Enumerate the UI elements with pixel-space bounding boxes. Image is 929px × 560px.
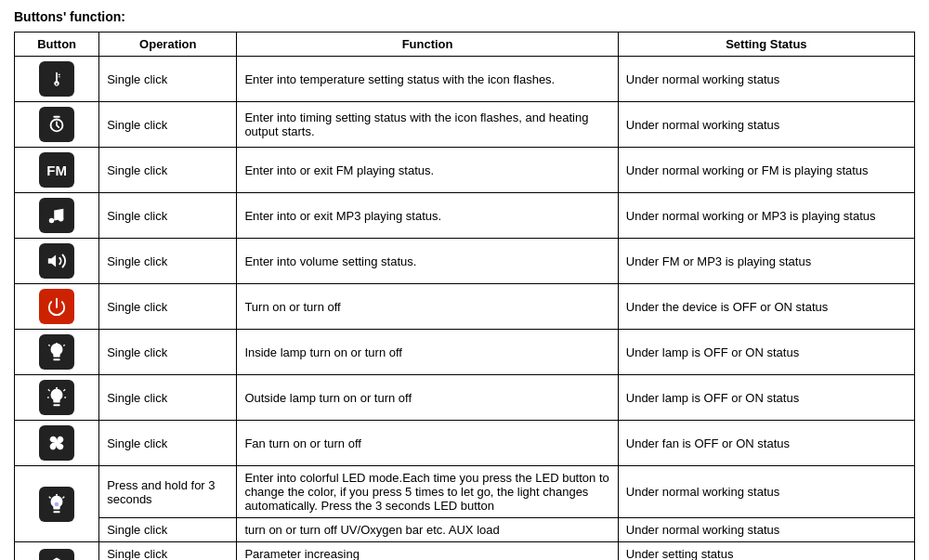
button-icon-cell [15,542,99,561]
svg-line-15 [63,496,65,498]
operation-cell: Single click [99,57,237,102]
table-row: Single clickTurn on or turn offUnder the… [15,284,915,330]
function-cell: turn on or turn off UV/Oxygen bar etc. A… [237,518,618,542]
operation-cell: Single click [99,330,237,375]
operation-cell: Single click [99,102,237,148]
function-cell: Enter into timing setting status with th… [237,102,618,148]
function-cell: Outside lamp turn on or turn off [237,375,618,421]
svg-point-1 [49,218,55,224]
status-cell: Under lamp is OFF or ON status [618,330,914,375]
button-icon-cell [15,284,99,330]
status-cell: Under normal working status [618,102,914,148]
table-row: Single clickParameter increasingUnder se… [15,542,915,561]
table-row: Single clickEnter into volume setting st… [15,239,915,284]
svg-line-9 [63,389,65,391]
svg-line-6 [63,345,64,345]
operation-cell: Single click [99,284,237,330]
button-icon-cell [15,330,99,375]
svg-line-14 [49,496,51,498]
operation-cell: Single click [99,148,237,193]
status-cell: Under normal working status [618,466,914,518]
col-function: Function [237,33,618,57]
button-icon-cell [15,239,99,284]
table-row: Single clickEnter into temperature setti… [15,57,915,102]
operation-cell: Single click [99,518,237,542]
function-cell: Enter into volume setting status. [237,239,618,284]
status-cell: Under normal working status [618,57,914,102]
table-row: Single clickOutside lamp turn on or turn… [15,375,915,421]
svg-point-2 [59,216,64,222]
status-cell: Under lamp is OFF or ON status [618,375,914,421]
operation-cell: Single click [99,193,237,239]
button-icon-cell [15,102,99,148]
button-icon-cell [15,57,99,102]
button-icon-cell [15,375,99,421]
status-cell: Under normal working status [618,518,914,542]
table-row: Single clickFan turn on or turn offUnder… [15,421,915,466]
status-cell: Under normal working or FM is playing st… [618,148,914,193]
status-cell: Under setting status [618,542,914,561]
function-cell: Parameter increasing [237,542,618,561]
status-cell: Under fan is OFF or ON status [618,421,914,466]
operation-cell: Single click [99,542,237,561]
function-cell: Enter into colorful LED mode.Each time y… [237,466,618,518]
function-cell: Fan turn on or turn off [237,421,618,466]
col-status: Setting Status [618,33,914,57]
function-cell: Turn on or turn off [237,284,618,330]
svg-point-16 [55,501,59,506]
buttons-table: Button Operation Function Setting Status… [14,32,915,560]
button-icon-cell: FM [15,148,99,193]
operation-cell: Single click [99,375,237,421]
table-row: Single clickEnter into timing setting st… [15,102,915,148]
function-cell: Enter into temperature setting status wi… [237,57,618,102]
function-cell: Enter into or exit FM playing status. [237,148,618,193]
function-cell: Enter into or exit MP3 playing status. [237,193,618,239]
table-row: Single clickInside lamp turn on or turn … [15,330,915,375]
svg-line-8 [48,389,50,391]
button-icon-cell [15,421,99,466]
operation-cell: Single click [99,239,237,284]
operation-cell: Single click [99,421,237,466]
table-row: FMSingle clickEnter into or exit FM play… [15,148,915,193]
col-button: Button [15,33,99,57]
button-icon-cell [15,466,99,542]
status-cell: Under the device is OFF or ON status [618,284,914,330]
col-operation: Operation [99,33,237,57]
page-title: Buttons' function: [14,9,915,24]
svg-line-5 [48,345,49,345]
status-cell: Under FM or MP3 is playing status [618,239,914,284]
table-row: Press and hold for 3 secondsEnter into c… [15,466,915,518]
table-row: Single clickturn on or turn off UV/Oxyge… [15,518,915,542]
status-cell: Under normal working or MP3 is playing s… [618,193,914,239]
button-icon-cell [15,193,99,239]
table-row: Single clickEnter into or exit MP3 playi… [15,193,915,239]
function-cell: Inside lamp turn on or turn off [237,330,618,375]
operation-cell: Press and hold for 3 seconds [99,466,237,518]
